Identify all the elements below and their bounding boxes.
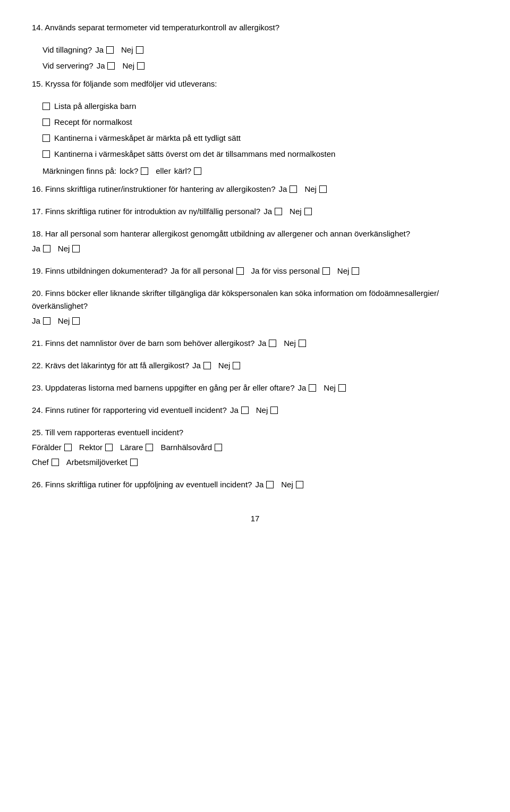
q25-rektor-checkbox[interactable] [105, 444, 113, 451]
question-18: 18. Har all personal som hanterar allerg… [32, 227, 478, 255]
q23-ja-checkbox[interactable] [309, 384, 316, 392]
q14-tillagning-ja-checkbox[interactable] [106, 46, 114, 54]
q19-text: 19. Finns utbildningen dokumenterad? [32, 265, 167, 277]
q25-arbetsmiljoverket-checkbox[interactable] [130, 459, 138, 466]
q23-nej-checkbox[interactable] [338, 384, 346, 392]
q24-ja-label: Ja [230, 404, 239, 417]
q19-ja-all-checkbox[interactable] [236, 267, 244, 275]
q22-text: 22. Krävs det läkarintyg för att få alle… [32, 359, 189, 372]
q16-ja-checkbox[interactable] [290, 185, 297, 193]
q25-barnhalsovard-label: Barnhälsovård [160, 441, 212, 454]
q17-ja-label: Ja [264, 205, 272, 218]
q25-foraldrar-checkbox[interactable] [64, 444, 72, 451]
q15-eller-label: eller [156, 165, 171, 177]
q19-nej-group: Nej [337, 265, 360, 277]
q22-ja-label: Ja [192, 359, 201, 372]
q25-chef-group: Chef [32, 456, 59, 469]
q20-nej-checkbox[interactable] [72, 317, 80, 325]
q15-karl-group: kärl? [174, 165, 202, 177]
question-14-header: 14. Används separat termometer vid tempe… [32, 21, 478, 34]
q15-item-3-label: Kantinerna i värmeskåpet är märkta på et… [54, 132, 241, 145]
q14-header-text: 14. Används separat termometer vid tempe… [32, 23, 279, 32]
question-25: 25. Till vem rapporteras eventuell incid… [32, 426, 478, 469]
q20-ja-checkbox[interactable] [43, 317, 50, 325]
q20-nej-label: Nej [58, 315, 70, 327]
q17-nej-checkbox[interactable] [304, 208, 312, 215]
question-14-tillagning: Vid tillagning? Ja Nej [32, 44, 478, 56]
question-16: 16. Finns skriftliga rutiner/instruktion… [32, 183, 478, 196]
q15-karl-label: kärl? [174, 165, 192, 177]
q15-item-4-checkbox[interactable] [42, 150, 50, 158]
q16-nej-group: Nej [304, 183, 327, 196]
q19-ja-all-group: Ja för all personal [171, 265, 243, 277]
q19-nej-checkbox[interactable] [352, 267, 359, 275]
q14-servering-nej-group: Nej [122, 60, 144, 72]
q15-item-2: Recept för normalkost [42, 116, 478, 129]
q16-nej-checkbox[interactable] [319, 185, 327, 193]
q19-nej-label: Nej [337, 265, 350, 277]
q18-ja-group: Ja [32, 242, 50, 255]
q25-foraldrar-label: Förälder [32, 441, 62, 454]
q16-nej-label: Nej [304, 183, 317, 196]
q17-ja-group: Ja [264, 205, 282, 218]
q19-ja-viss-label: Ja för viss personal [251, 265, 320, 277]
q14-tillagning-nej-checkbox[interactable] [136, 46, 143, 54]
question-26: 26. Finns skriftliga rutiner för uppfölj… [32, 478, 478, 491]
q23-ja-group: Ja [298, 382, 316, 394]
q14-servering-label: Vid servering? [42, 60, 94, 72]
q26-ja-group: Ja [255, 478, 274, 491]
q18-ja-label: Ja [32, 242, 40, 255]
question-14-servering: Vid servering? Ja Nej [32, 60, 478, 72]
q14-servering-ja-checkbox[interactable] [107, 62, 115, 70]
q16-ja-label: Ja [279, 183, 287, 196]
q21-nej-group: Nej [284, 337, 306, 350]
q24-nej-label: Nej [256, 404, 268, 417]
q22-ja-checkbox[interactable] [203, 362, 211, 369]
q21-nej-checkbox[interactable] [299, 340, 306, 347]
q25-larare-checkbox[interactable] [146, 444, 153, 451]
q14-servering-nej-label: Nej [122, 60, 134, 72]
question-17: 17. Finns skriftliga rutiner för introdu… [32, 205, 478, 218]
q25-larare-label: Lärare [120, 441, 143, 454]
q23-nej-group: Nej [324, 382, 346, 394]
q21-ja-checkbox[interactable] [269, 340, 276, 347]
q22-nej-checkbox[interactable] [233, 362, 240, 369]
q21-ja-label: Ja [258, 337, 266, 350]
question-20: 20. Finns böcker eller liknande skrifter… [32, 287, 478, 327]
q24-ja-checkbox[interactable] [241, 407, 249, 414]
q25-chef-checkbox[interactable] [52, 459, 59, 466]
q25-foraldrar-group: Förälder [32, 441, 72, 454]
q26-ja-label: Ja [255, 478, 264, 491]
page-number: 17 [32, 512, 478, 525]
q26-nej-group: Nej [281, 478, 303, 491]
q19-ja-all-label: Ja för all personal [171, 265, 233, 277]
q25-barnhalsovard-checkbox[interactable] [215, 444, 222, 451]
q15-item-1-checkbox[interactable] [42, 103, 50, 110]
q18-nej-checkbox[interactable] [72, 245, 80, 252]
q18-ja-checkbox[interactable] [43, 245, 50, 252]
q15-item-2-checkbox[interactable] [42, 119, 50, 126]
q14-servering-ja-label: Ja [97, 60, 105, 72]
q25-arbetsmiljoverket-label: Arbetsmiljöverket [66, 456, 128, 469]
q19-ja-viss-checkbox[interactable] [322, 267, 330, 275]
q17-ja-checkbox[interactable] [275, 208, 282, 215]
q14-tillagning-nej-group: Nej [121, 44, 143, 56]
q26-ja-checkbox[interactable] [266, 481, 274, 488]
q24-nej-checkbox[interactable] [270, 407, 278, 414]
q21-ja-group: Ja [258, 337, 276, 350]
q15-lock-group: lock? [120, 165, 148, 177]
q15-karl-checkbox[interactable] [194, 167, 201, 175]
q15-lock-checkbox[interactable] [141, 167, 148, 175]
q17-nej-label: Nej [290, 205, 302, 218]
q18-nej-label: Nej [58, 242, 70, 255]
q15-item-3-checkbox[interactable] [42, 134, 50, 142]
q26-nej-label: Nej [281, 478, 293, 491]
q25-rektor-label: Rektor [79, 441, 103, 454]
q15-item-4: Kantinerna i värmeskåpet sätts överst om… [42, 148, 478, 160]
q14-tillagning-ja-label: Ja [95, 44, 104, 56]
q25-chef-label: Chef [32, 456, 49, 469]
q14-servering-nej-checkbox[interactable] [137, 62, 144, 70]
question-21: 21. Finns det namnlistor över de barn so… [32, 337, 478, 350]
q18-text: 18. Har all personal som hanterar allerg… [32, 229, 410, 238]
q26-nej-checkbox[interactable] [296, 481, 303, 488]
